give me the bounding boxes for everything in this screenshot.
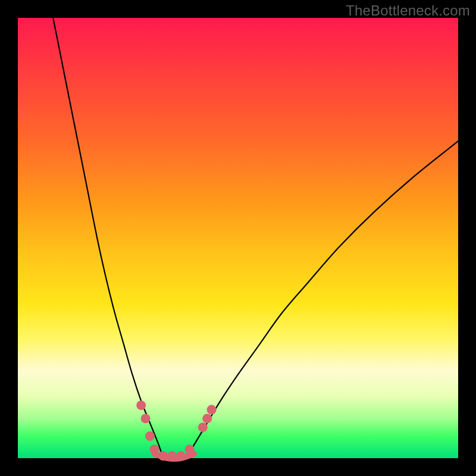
- marker-dot: [141, 414, 151, 423]
- marker-dot: [136, 400, 146, 410]
- marker-dot: [158, 451, 168, 461]
- marker-dot: [202, 414, 212, 423]
- marker-dot: [149, 444, 159, 454]
- marker-dot: [198, 422, 208, 432]
- plot-area: [18, 18, 458, 458]
- marker-group: [136, 400, 216, 461]
- watermark-text: TheBottleneck.com: [346, 2, 470, 19]
- marker-dot: [176, 451, 186, 461]
- marker-dot: [145, 431, 155, 441]
- chart-frame: TheBottleneck.com: [0, 0, 476, 476]
- curve-layer: [18, 18, 458, 458]
- marker-dot: [185, 444, 195, 454]
- marker-dot: [167, 451, 177, 461]
- bottleneck-curve-left-path: [53, 18, 163, 458]
- bottleneck-curve-right-path: [185, 141, 458, 458]
- marker-dot: [207, 405, 217, 415]
